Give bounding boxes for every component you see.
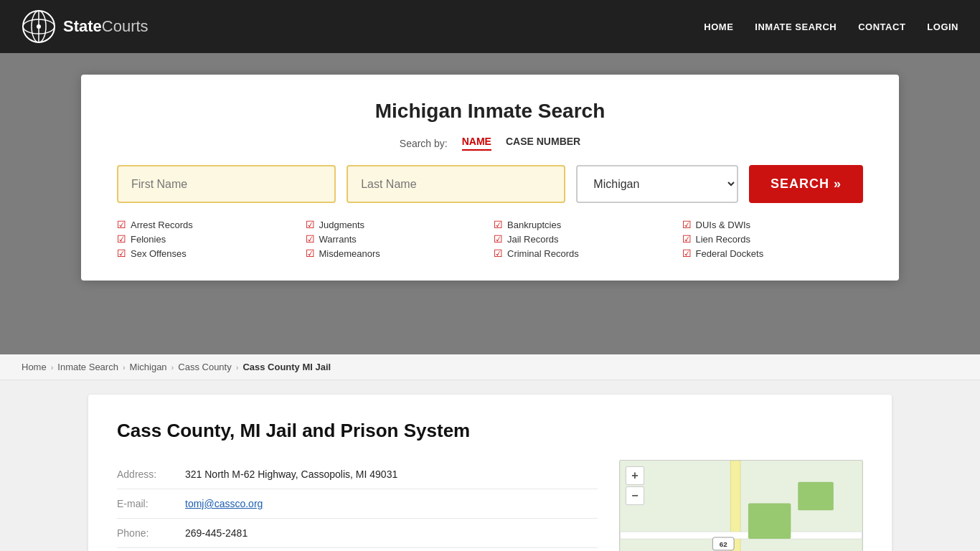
state-select[interactable]: Michigan Alabama Alaska Arizona Californ…	[576, 165, 738, 203]
info-row: Address:321 North M-62 Highway, Cassopol…	[117, 460, 598, 489]
info-field-value[interactable]: tomj@cassco.org	[185, 498, 263, 509]
svg-text:62: 62	[720, 540, 728, 548]
breadcrumb-sep-3: ›	[171, 363, 174, 372]
check-item: ☑Felonies	[117, 233, 298, 245]
nav-inmate-search[interactable]: INMATE SEARCH	[755, 22, 837, 32]
info-field-value: 321 North M-62 Highway, Cassopolis, MI 4…	[185, 468, 397, 480]
svg-rect-9	[798, 482, 834, 511]
map-zoom-in-button[interactable]: +	[626, 466, 644, 485]
search-inputs: Michigan Alabama Alaska Arizona Californ…	[117, 165, 863, 203]
info-row: E-mail:tomj@cassco.org	[117, 489, 598, 519]
content-card: Cass County, MI Jail and Prison System A…	[88, 395, 892, 551]
svg-rect-8	[748, 503, 791, 539]
checkbox-icon: ☑	[682, 219, 692, 230]
check-item: ☑Arrest Records	[117, 219, 298, 230]
breadcrumb-home[interactable]: Home	[22, 362, 47, 372]
search-by-label: Search by:	[400, 138, 448, 149]
main-nav: HOME INMATE SEARCH CONTACT LOGIN	[704, 22, 958, 32]
breadcrumb-inmate-search[interactable]: Inmate Search	[57, 362, 118, 372]
search-card: Michigan Inmate Search Search by: NAME C…	[81, 75, 899, 281]
breadcrumb-cass-county[interactable]: Cass County	[178, 362, 231, 372]
info-row: Phone:269-445-2481	[117, 519, 598, 548]
info-section: Address:321 North M-62 Highway, Cassopol…	[117, 460, 863, 551]
check-item: ☑Judgments	[306, 219, 487, 230]
check-label: Bankruptcies	[507, 220, 561, 230]
check-label: Judgments	[319, 220, 365, 230]
check-label: Jail Records	[507, 234, 559, 245]
check-item: ☑Federal Dockets	[682, 248, 864, 259]
checkbox-icon: ☑	[117, 219, 126, 230]
check-label: Criminal Records	[507, 248, 579, 259]
check-item: ☑Misdemeanors	[306, 248, 487, 259]
breadcrumb-sep-4: ›	[236, 363, 239, 372]
check-item: ☑Sex Offenses	[117, 248, 298, 259]
map-svg: 62	[620, 461, 862, 551]
search-button[interactable]: SEARCH »	[749, 165, 863, 203]
checkbox-icon: ☑	[494, 248, 503, 259]
check-item: ☑Lien Records	[682, 233, 864, 245]
info-field-label: Address:	[117, 468, 185, 480]
check-item: ☑DUIs & DWIs	[682, 219, 864, 230]
site-logo[interactable]: StateCourts	[22, 9, 149, 44]
nav-login[interactable]: LOGIN	[927, 22, 958, 32]
checkbox-icon: ☑	[117, 248, 126, 259]
checkbox-icon: ☑	[306, 233, 315, 245]
map-zoom-out-button[interactable]: −	[626, 486, 644, 505]
nav-home[interactable]: HOME	[704, 22, 733, 32]
check-label: Misdemeanors	[319, 248, 380, 259]
logo-icon	[22, 9, 56, 44]
first-name-input[interactable]	[117, 165, 336, 203]
tab-case-number[interactable]: CASE NUMBER	[506, 136, 580, 151]
check-label: Felonies	[131, 234, 166, 245]
breadcrumb-sep-2: ›	[123, 363, 126, 372]
checkbox-icon: ☑	[306, 248, 315, 259]
checkbox-icon: ☑	[682, 248, 692, 259]
info-table: Address:321 North M-62 Highway, Cassopol…	[117, 460, 598, 551]
check-label: Sex Offenses	[131, 248, 187, 259]
check-item: ☑Bankruptcies	[494, 219, 675, 230]
breadcrumb: Home › Inmate Search › Michigan › Cass C…	[0, 354, 980, 380]
info-field-label: Phone:	[117, 527, 185, 539]
info-row: Website:http://www.ccso.info/Divisions/C…	[117, 548, 598, 551]
header-content: StateCourts HOME INMATE SEARCH CONTACT L…	[22, 9, 958, 44]
check-label: Arrest Records	[131, 220, 193, 230]
check-label: Lien Records	[696, 234, 751, 245]
tab-name[interactable]: NAME	[462, 136, 491, 151]
info-field-link[interactable]: tomj@cassco.org	[185, 498, 263, 509]
hero-section: COURTHOUSE Michigan Inmate Search Search…	[0, 53, 980, 354]
site-header: StateCourts HOME INMATE SEARCH CONTACT L…	[0, 0, 980, 53]
main-content: Cass County, MI Jail and Prison System A…	[67, 380, 913, 551]
checkbox-icon: ☑	[117, 233, 126, 245]
breadcrumb-sep-1: ›	[51, 363, 54, 372]
checkbox-icon: ☑	[682, 233, 692, 245]
last-name-input[interactable]	[347, 165, 565, 203]
breadcrumb-current: Cass County MI Jail	[242, 362, 331, 372]
checkbox-icon: ☑	[494, 233, 503, 245]
nav-contact[interactable]: CONTACT	[858, 22, 905, 32]
checkmarks-grid: ☑Arrest Records☑Judgments☑Bankruptcies☑D…	[117, 219, 863, 259]
map-background: 62 + −	[620, 461, 862, 551]
check-label: DUIs & DWIs	[696, 220, 751, 230]
checkbox-icon: ☑	[306, 219, 315, 230]
checkbox-icon: ☑	[494, 219, 503, 230]
check-item: ☑Warrants	[306, 233, 487, 245]
svg-rect-7	[621, 532, 862, 539]
check-item: ☑Criminal Records	[494, 248, 675, 259]
breadcrumb-michigan[interactable]: Michigan	[130, 362, 167, 372]
search-title: Michigan Inmate Search	[117, 100, 863, 123]
search-by-row: Search by: NAME CASE NUMBER	[117, 136, 863, 151]
check-item: ☑Jail Records	[494, 233, 675, 245]
facility-title: Cass County, MI Jail and Prison System	[117, 420, 863, 442]
info-field-label: E-mail:	[117, 498, 185, 509]
map-container: 62 + −	[619, 460, 863, 551]
check-label: Federal Dockets	[696, 248, 764, 259]
info-field-value: 269-445-2481	[185, 527, 248, 539]
check-label: Warrants	[319, 234, 357, 245]
logo-text: StateCourts	[63, 17, 149, 36]
